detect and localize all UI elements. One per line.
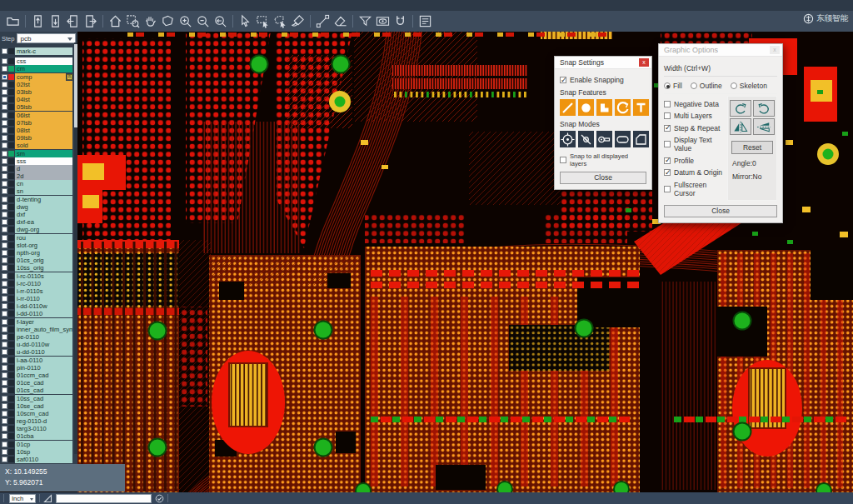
rotate-cw-icon[interactable] [731,102,751,116]
graphic-option-row[interactable]: Negative Data [664,100,727,108]
file-up-icon[interactable] [31,14,45,28]
apply-icon[interactable] [155,494,164,503]
layer-row[interactable]: i-rr-0110s [1,287,77,295]
layer-visibility-checkbox[interactable] [2,387,7,393]
close-icon[interactable]: x [770,46,780,54]
select-polygon-icon[interactable] [273,14,287,28]
outline-icon[interactable] [633,132,649,147]
slot-icon[interactable] [615,132,631,147]
close-icon[interactable]: x [639,58,649,67]
snap-corner-button[interactable] [596,99,612,116]
layer-row[interactable]: npth-org [1,249,77,257]
layer-row[interactable]: 03lsb [1,88,77,96]
layer-visibility-checkbox[interactable] [2,82,7,87]
enable-snapping-row[interactable]: Enable Snapping [560,76,646,84]
layer-visibility-checkbox[interactable] [2,265,7,271]
layer-visibility-checkbox[interactable] [2,188,7,194]
layer-visibility-checkbox[interactable] [2,303,7,309]
layer-row[interactable]: targ3-0110 [1,425,77,432]
layer-row[interactable]: 01ce_cad [1,379,77,387]
layer-visibility-checkbox[interactable] [2,227,7,232]
layer-row[interactable]: dwg [1,203,77,211]
rotate-ccw-button[interactable] [753,100,775,117]
layer-row[interactable]: f-layer [1,318,77,326]
center-icon[interactable] [560,132,576,147]
layer-row[interactable]: rou [1,234,77,242]
layer-visibility-checkbox[interactable] [2,219,7,225]
graphic-option-row[interactable]: Step & Repeat [664,124,727,132]
layer-row[interactable]: sm [1,149,77,157]
mirror-vertical-button[interactable] [753,118,775,135]
layer-row[interactable]: dxf-ea [1,218,77,226]
option-checkbox[interactable] [664,125,671,132]
measure-icon[interactable] [316,14,330,28]
layer-visibility-checkbox[interactable] [2,127,7,133]
layer-visibility-checkbox[interactable] [2,135,7,141]
layer-visibility-checkbox[interactable] [2,365,7,371]
layer-scrollbar[interactable] [74,42,77,454]
file-forward-icon[interactable] [83,14,97,28]
layer-visibility-checkbox[interactable] [2,166,7,172]
snap-arc-button[interactable] [615,99,631,116]
layer-row[interactable]: pe-0110 [1,333,77,341]
layer-row[interactable]: 01cba [1,432,77,440]
file-back-icon[interactable] [66,14,80,28]
layer-visibility-checkbox[interactable] [2,104,7,110]
file-down-icon[interactable] [48,14,62,28]
layer-visibility-checkbox[interactable] [2,288,7,294]
snap-key-button[interactable] [596,131,612,147]
layer-visibility-checkbox[interactable] [2,48,7,54]
width-radio-option[interactable]: Outline [691,82,722,90]
option-checkbox[interactable] [664,186,671,192]
layer-visibility-checkbox[interactable] [2,334,7,340]
layer-visibility-checkbox[interactable] [2,151,7,157]
rotate-ccw-icon[interactable] [754,102,774,116]
line-icon[interactable] [560,100,576,116]
eraser-icon[interactable] [333,14,347,28]
layer-row[interactable]: i-dd-0110 [1,310,77,317]
layer-visibility-checkbox[interactable] [2,120,7,126]
layer-visibility-checkbox[interactable] [2,349,7,355]
layer-visibility-checkbox[interactable] [2,212,7,217]
layer-row[interactable]: 02lst [1,81,77,88]
layer-visibility-checkbox[interactable] [2,204,7,210]
layer-row[interactable]: i-rr-0110 [1,295,77,302]
layer-visibility-checkbox[interactable] [2,442,7,447]
layer-row[interactable]: 08lst [1,127,77,134]
layer-visibility-checkbox[interactable] [2,66,7,72]
graphic-dialog-header[interactable]: Graphic Options x [659,44,782,57]
layer-visibility-checkbox[interactable] [2,197,7,202]
layer-row[interactable]: i-rc-0110s [1,272,77,279]
layer-visibility-checkbox[interactable] [2,426,7,432]
layer-visibility-checkbox[interactable] [2,403,7,409]
layer-row[interactable]: 10se_cad [1,402,77,410]
step-select[interactable]: pcb [17,33,76,43]
snap-center-button[interactable] [560,131,576,147]
width-radio-option[interactable]: Skeleton [731,82,767,90]
layer-row[interactable]: sn [1,187,77,195]
layer-row[interactable]: cn [1,180,77,187]
snap-dialog-header[interactable]: Snap Settings x [555,57,651,69]
layer-row[interactable]: dwg-org [1,226,77,233]
layer-visibility-checkbox[interactable] [2,319,7,325]
graphic-option-row[interactable]: Fullscreen Cursor [664,181,727,197]
rotate-cw-button[interactable] [730,100,751,117]
layer-visibility-checkbox[interactable] [2,342,7,347]
layer-row[interactable]: sold [1,142,77,149]
layer-visibility-checkbox[interactable] [2,449,7,455]
notes-icon[interactable] [418,14,432,28]
layer-visibility-checkbox[interactable] [2,411,7,417]
arc-icon[interactable] [615,100,631,116]
layer-row[interactable]: dxf [1,211,77,218]
layer-visibility-checkbox[interactable] [2,158,7,164]
zoom-out-icon[interactable] [196,14,210,28]
layer-visibility-checkbox[interactable] [2,112,7,118]
snap-outline-button[interactable] [633,131,649,147]
paint-icon[interactable] [291,14,305,28]
layer-row[interactable]: 01cp [1,441,77,448]
snap-pad-button[interactable] [578,99,594,116]
layer-row[interactable]: d-tenting [1,196,77,203]
layer-visibility-checkbox[interactable] [2,380,7,386]
layer-row[interactable]: mark-c [1,47,77,55]
point-icon[interactable] [578,132,594,147]
